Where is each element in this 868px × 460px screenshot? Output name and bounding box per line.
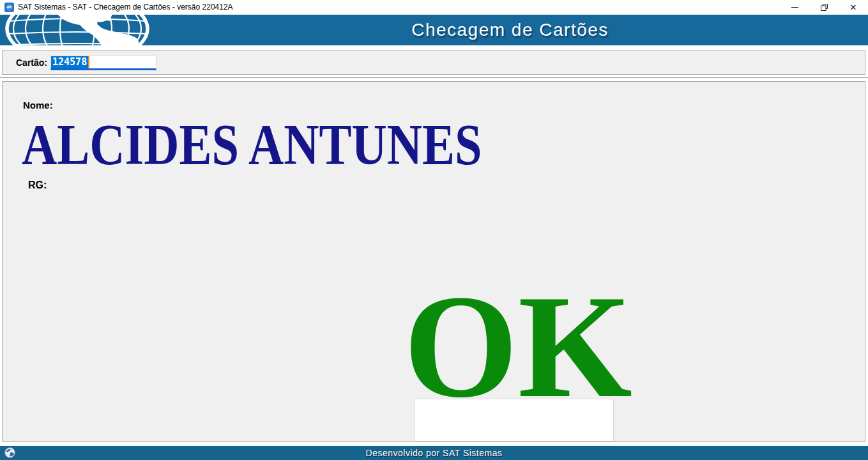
card-input-selection: 124578 — [51, 56, 88, 68]
window-title: SAT Sistemas - SAT - Checagem de Cartões… — [18, 0, 233, 15]
globe-logo — [3, 15, 152, 45]
titlebar: SAT Sistemas - SAT - Checagem de Cartões… — [0, 0, 868, 15]
window-controls: ✕ — [780, 0, 868, 15]
result-panel: Nome: ALCIDES ANTUNES RG: OK — [2, 81, 865, 442]
app-icon — [4, 3, 14, 12]
rg-label: RG: — [28, 180, 47, 191]
card-panel: Cartão: 124578 — [2, 50, 865, 75]
close-button[interactable]: ✕ — [839, 0, 868, 15]
message-box — [415, 399, 614, 441]
restore-icon — [821, 4, 828, 11]
name-value: ALCIDES ANTUNES — [22, 116, 482, 174]
text-caret — [88, 56, 89, 68]
separator-line — [0, 77, 868, 79]
page-title: Checagem de Cartões — [152, 15, 868, 45]
footer-bar: Desenvolvido por SAT Sistemas — [0, 446, 868, 460]
name-label: Nome: — [23, 100, 53, 111]
restore-button[interactable] — [809, 0, 839, 15]
close-icon: ✕ — [850, 3, 857, 12]
minimize-icon — [791, 7, 798, 8]
card-label: Cartão: — [16, 51, 47, 74]
header-band: Checagem de Cartões — [0, 15, 868, 45]
minimize-button[interactable] — [780, 0, 809, 15]
footer-text: Desenvolvido por SAT Sistemas — [0, 446, 868, 460]
card-number-input[interactable]: 124578 — [50, 56, 156, 70]
